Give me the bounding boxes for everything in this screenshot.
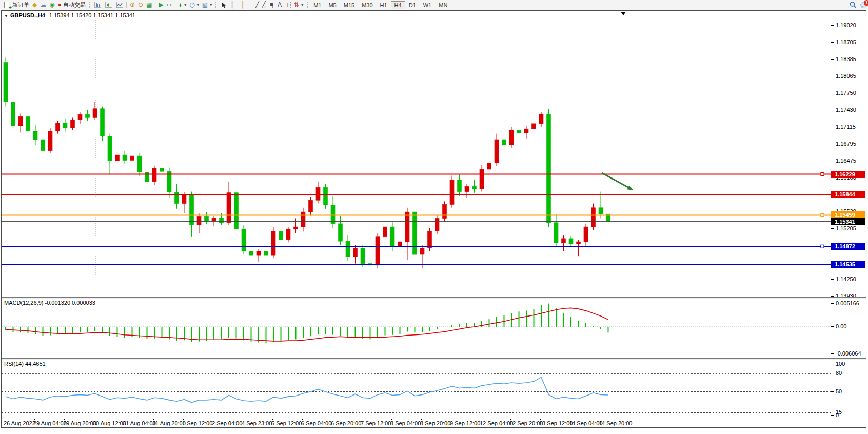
price-line-label: 1.14872	[831, 243, 865, 250]
macd-signal-line	[6, 308, 608, 341]
clock-icon: ◷	[189, 1, 194, 9]
signals-button[interactable]: ◉	[48, 1, 56, 9]
tab-timeframe-M30[interactable]: M30	[358, 1, 376, 9]
chart-shift-marker[interactable]	[621, 12, 626, 15]
line-handle[interactable]	[821, 173, 824, 176]
templates-button[interactable]: ▧▾	[201, 1, 213, 9]
macd-panel-separator[interactable]	[2, 297, 866, 299]
new-order-label: 新订单	[12, 1, 29, 9]
candlestick-mode-button[interactable]	[103, 1, 114, 9]
candle-body	[93, 109, 97, 118]
tab-timeframe-M5[interactable]: M5	[325, 1, 340, 9]
chevron-down-icon: ▾	[184, 3, 186, 7]
zoom-out-button[interactable]: ⊖	[136, 1, 145, 9]
tab-timeframe-MN[interactable]: MN	[435, 1, 451, 9]
tab-timeframe-M15[interactable]: M15	[340, 1, 358, 9]
crosshair-button[interactable]: ┼	[228, 1, 236, 9]
price-axis[interactable]: 1.190201.187051.183851.180651.177501.174…	[831, 11, 866, 419]
candle-body	[443, 205, 447, 219]
rsi-panel-separator[interactable]	[2, 358, 866, 360]
tab-timeframe-M1[interactable]: M1	[310, 1, 325, 9]
candle-body	[63, 123, 67, 128]
candle-body	[547, 114, 551, 223]
text-label-button[interactable]: T	[283, 1, 292, 9]
new-order-icon: +	[3, 1, 11, 9]
window-menu-arrow-icon[interactable]: ▼	[4, 14, 8, 18]
chevron-down-icon: ▾	[301, 3, 303, 7]
price-tick: 1.18705	[831, 39, 856, 46]
candle-body	[495, 140, 499, 163]
equidistant-channel-button[interactable]: ╱E	[261, 1, 268, 9]
search-button[interactable]	[847, 1, 858, 9]
candle-body	[152, 168, 156, 182]
chart-shift-button[interactable]: ↦	[165, 1, 173, 9]
periods-button[interactable]: ◷▾	[188, 1, 201, 9]
arrow-annotation[interactable]	[602, 173, 629, 188]
horizontal-line-icon: ─	[248, 1, 252, 9]
main-toolbar: +新订单◆☁◉●自动交易⊕⊖▦▶↦+▾◷▾▧▾┼│─╱╱E≡FAT⇅▾M1M5M…	[0, 0, 868, 10]
price-tick: 1.19020	[831, 22, 856, 29]
time-axis[interactable]: 26 Aug 202229 Aug 04:0029 Aug 20:0030 Au…	[2, 420, 831, 427]
candle-body	[101, 109, 105, 136]
cursor-icon	[220, 2, 227, 9]
metaeditor-icon: ◆	[32, 1, 37, 9]
tab-timeframe-W1[interactable]: W1	[420, 1, 436, 9]
vertical-line-icon: │	[241, 1, 245, 9]
date-label: 8 Sep 04:00	[390, 420, 421, 426]
line-chart-mode-button[interactable]	[114, 1, 125, 9]
horizontal-line-button[interactable]: ─	[246, 1, 254, 9]
candle-body	[137, 156, 142, 172]
vertical-line-button[interactable]: │	[240, 1, 247, 9]
macd-indicator-label: MACD(12,26,9) -0.001320 0.000033	[4, 300, 95, 306]
mql5-community-button[interactable]: ☁	[38, 1, 48, 9]
auto-scroll-icon: ▶	[159, 1, 163, 9]
autotrading-button[interactable]: ●自动交易	[56, 1, 87, 9]
tab-timeframe-H1[interactable]: H1	[377, 1, 391, 9]
chevron-down-icon: ▾	[210, 3, 212, 7]
rsi-scale-label: 100	[831, 361, 845, 367]
bar-chart-mode-button[interactable]	[92, 1, 103, 9]
tab-timeframe-H4[interactable]: H4	[391, 1, 405, 9]
candle-body	[524, 129, 528, 133]
candle-body	[190, 195, 194, 225]
chat-button[interactable]: 1	[858, 1, 868, 9]
candle-body	[472, 186, 477, 189]
candle-body	[257, 251, 261, 255]
plus-glyph: +	[9, 5, 12, 10]
tab-timeframe-D1[interactable]: D1	[405, 1, 420, 9]
text-button[interactable]: A	[276, 1, 283, 9]
cursor-button[interactable]	[219, 1, 228, 9]
trendline-button[interactable]: ╱	[254, 1, 261, 9]
price-line-label: 1.15459	[831, 211, 865, 219]
tile-windows-button[interactable]: ▦	[145, 1, 153, 9]
date-label: 9 Sep 12:00	[450, 420, 480, 426]
chat-icon: 1	[860, 1, 868, 9]
chart-window-gbpusd[interactable]: ▼GBPUSD-,H41.15394 1.15420 1.15341 1.153…	[1, 10, 866, 428]
auto-scroll-button[interactable]: ▶	[157, 1, 165, 9]
zoom-in-button[interactable]: ⊕	[128, 1, 136, 9]
metaeditor-button[interactable]: ◆	[31, 1, 38, 9]
notification-badge: 1	[864, 0, 868, 6]
candle-body	[160, 168, 164, 171]
candle-body	[11, 102, 15, 126]
autotrading-label: 自动交易	[63, 1, 86, 9]
candle-body	[480, 169, 484, 189]
date-label: 29 Aug 04:00	[33, 420, 67, 426]
toolbar-separator	[238, 2, 238, 8]
candle-body	[212, 218, 216, 221]
fibonacci-button[interactable]: ≡F	[268, 1, 276, 9]
candle-body	[294, 227, 298, 229]
indicators-button[interactable]: +▾	[177, 1, 188, 9]
candle-body	[405, 212, 409, 242]
arrows-button[interactable]: ⇅▾	[292, 1, 305, 9]
candle-body	[286, 229, 290, 240]
macd-scale-label: 0.00	[831, 323, 846, 330]
candle-body	[205, 216, 209, 221]
rsi-scale-label: 80	[831, 370, 842, 377]
arrow-annotation-head[interactable]	[627, 185, 634, 190]
line-handle[interactable]	[821, 245, 824, 248]
fibonacci-icon: ≡F	[270, 1, 274, 8]
new-order-button[interactable]: +新订单	[2, 1, 31, 9]
line-handle[interactable]	[821, 213, 824, 216]
candle-body	[108, 136, 112, 161]
